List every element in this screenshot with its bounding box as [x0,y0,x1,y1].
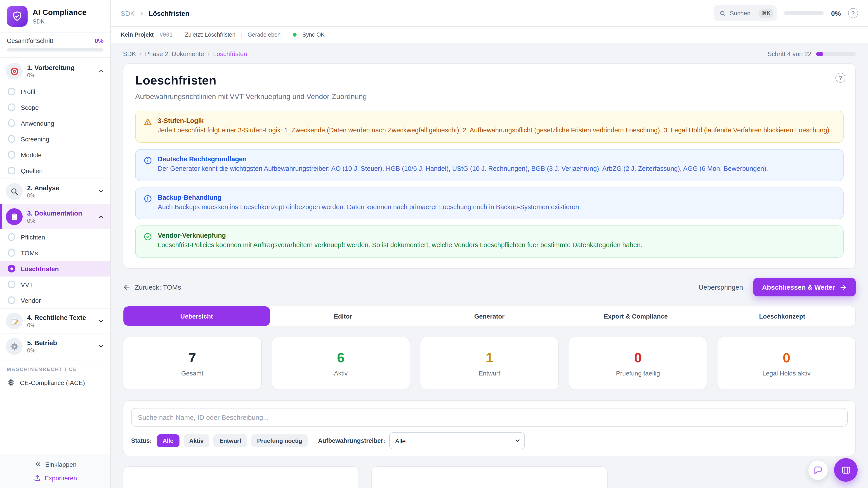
driver-filter-label: Aufbewahrungstreiber: [318,437,385,444]
project-status: Kein Projekt [121,32,154,38]
alert-backup-behandlung: Backup-Behandlung Auch Backups muessen i… [135,187,844,219]
skip-button[interactable]: Ueberspringen [699,283,743,291]
breadcrumb-root[interactable]: SDK [121,9,135,17]
chevron-up-icon [98,213,104,220]
columns-panel-button[interactable] [834,458,858,482]
radio-icon [8,296,16,304]
stat-legal-holds: 0 Legal Holds aktiv [717,337,856,390]
overall-progress-value: 0% [95,37,103,44]
sidebar-item-scope[interactable]: Scope [0,99,110,115]
radio-icon [8,103,16,111]
step-progress-bar [816,52,856,56]
tab-generator[interactable]: Generator [416,306,563,326]
title-card: Loeschfristen Aufbewahrungsrichtlinien m… [123,63,856,269]
back-button[interactable]: Zurueck: TOMs [123,283,181,291]
topbar: SDK Löschfristen Suchen... ⌘K 0% ? [111,0,868,27]
radio-icon [8,281,16,288]
sidebar-item-pflichten[interactable]: Pflichten [0,229,110,245]
floating-buttons [808,458,858,482]
filter-card: Status: Alle Aktiv Entwurf Pruefung noet… [123,400,856,456]
sidebar-item-ce-compliance[interactable]: CE-Compliance (IACE) [0,375,110,392]
overall-progress: Gesamtfortschritt 0% [0,33,110,58]
radio-icon [8,151,16,159]
warning-triangle-icon [143,118,152,135]
card-help-icon[interactable]: ? [835,73,845,83]
info-circle-icon [143,156,152,174]
search-icon [719,10,726,17]
divider [241,31,242,38]
radio-icon [8,119,16,127]
overall-progress-bar [7,48,103,52]
sidebar-section-analyse[interactable]: 2. Analyse 0% [0,178,110,204]
page-title: Loeschfristen [135,74,844,88]
sidebar-item-profil[interactable]: Profil [0,84,110,99]
brand-header: AI Compliance SDK [0,0,110,33]
sidebar-item-quellen[interactable]: Quellen [0,163,110,178]
step-indicator: Schritt 4 von 22 [767,50,856,57]
last-saved-time: Gerade eben [248,32,281,38]
chevron-down-icon [98,188,104,195]
stat-gesamt: 7 Gesamt [123,337,261,390]
tab-export-compliance[interactable]: Export & Compliance [563,306,709,326]
shield-check-icon [7,6,28,27]
sidebar-nav: 1. Vorbereitung 0% Profil Scope Anwendun… [0,58,110,455]
status-filter-pruefung-noetig[interactable]: Pruefung noetig [251,434,308,447]
policy-search-input[interactable] [131,408,848,427]
status-filter-aktiv[interactable]: Aktiv [183,434,210,447]
sidebar-item-anwendung[interactable]: Anwendung [0,115,110,131]
status-filter-alle[interactable]: Alle [157,434,180,447]
page-subtitle: Aufbewahrungsrichtlinien mit VVT-Verknue… [135,93,844,101]
collapse-sidebar-button[interactable]: Einklappen [34,460,76,468]
stat-pruefung-faellig: 0 Pruefung faellig [569,337,707,390]
sidebar-item-loeschfristen[interactable]: Löschfristen [0,261,110,276]
main-area: SDK Löschfristen Suchen... ⌘K 0% ? Kein … [111,0,868,488]
search-placeholder-text: Suchen... [730,10,756,17]
sidebar-item-vendor[interactable]: Vendor [0,292,110,308]
arrow-right-icon [839,284,847,291]
global-search-button[interactable]: Suchen... ⌘K [714,5,777,21]
help-icon[interactable]: ? [848,8,858,18]
alert-vendor-verknuepfung: Vendor-Verknuepfung Loeschfrist-Policies… [135,226,844,258]
app-window: AI Compliance SDK Gesamtfortschritt 0% 1… [0,0,868,488]
step-label: Schritt 4 von 22 [767,50,811,57]
header-progress-bar [784,11,824,15]
sidebar-item-toms[interactable]: TOMs [0,245,110,261]
sidebar-section-rechtliche-texte[interactable]: 4. Rechtliche Texte 0% [0,308,110,333]
info-circle-icon [143,194,152,212]
topbar-breadcrumb: SDK Löschfristen [121,9,189,17]
last-visited-label: Zuletzt: Löschfristen [185,32,236,38]
double-chevron-left-icon [34,460,41,468]
alert-deutsche-rechtsgrundlagen: Deutsche Rechtsgrundlagen Der Generator … [135,149,844,181]
driver-select[interactable]: Alle [389,432,525,449]
radio-icon [8,233,16,241]
tab-uebersicht[interactable]: Uebersicht [123,306,270,326]
memo-icon [6,313,23,329]
breadcrumb-sdk[interactable]: SDK [123,50,141,57]
status-filter-entwurf[interactable]: Entwurf [214,434,247,447]
breadcrumb-phase[interactable]: Phase 2: Dokumente [145,50,209,57]
tab-loeschkonzept[interactable]: Loeschkonzept [709,306,855,326]
chat-button[interactable] [808,460,828,480]
sidebar-item-vvt[interactable]: VVT [0,276,110,292]
version-badge: V001 [160,32,173,38]
tab-editor[interactable]: Editor [270,306,416,326]
sidebar-item-screening[interactable]: Screening [0,131,110,147]
columns-icon [841,465,851,475]
status-filter-label: Status: [131,437,152,444]
sidebar-section-vorbereitung[interactable]: 1. Vorbereitung 0% [0,59,110,84]
sidebar-section-betrieb[interactable]: 5. Betrieb 0% [0,333,110,359]
cpu-chip-icon [7,378,16,387]
keyboard-shortcut-badge: ⌘K [759,8,773,18]
stat-entwurf: 1 Entwurf [420,337,559,390]
sidebar: AI Compliance SDK Gesamtfortschritt 0% 1… [0,0,111,488]
policy-card[interactable] [371,466,608,488]
finish-next-button[interactable]: Abschliessen & Weiter [753,278,856,296]
stats-row: 7 Gesamt 6 Aktiv 1 Entwurf 0 Pruefung fa… [123,337,856,390]
divider [286,31,287,38]
sidebar-item-module[interactable]: Module [0,147,110,163]
policy-card[interactable] [123,466,359,488]
sidebar-section-dokumentation[interactable]: 3. Dokumentation 0% [0,204,110,229]
export-button[interactable]: Exportieren [33,474,77,482]
machine-section-label: MASCHINENRECHT / CE [0,361,110,375]
sidebar-footer: Einklappen Exportieren [0,455,110,488]
